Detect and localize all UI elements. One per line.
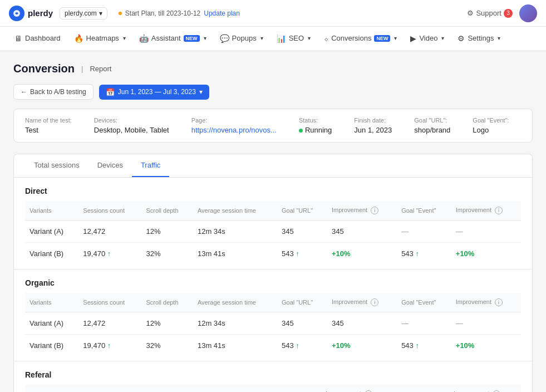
gear-icon: ⚙ [467,9,474,17]
goal-url-count: 345 [277,220,327,243]
domain-label: plerdy.com [65,9,97,17]
tab-devices[interactable]: Devices [88,154,132,177]
nav-label-settings: Settings [468,34,494,42]
support-button[interactable]: ⚙ Support 3 [467,9,513,18]
col-improvement1: Improvement i [327,293,397,312]
info-devices: Devices: Desktop, Mobile, Tablet [94,117,169,134]
improvement1-value: 345 [327,220,397,243]
logo: plerdy [9,6,53,21]
nav-label-assistant: Assistant [151,34,181,42]
variant-label: Variant (B) [25,335,78,357]
table-row: Variant (A) 12,472 12% 12m 34s 345 345 —… [25,220,521,243]
new-badge: NEW [184,35,200,42]
test-info-card: Name of the test: Test Devices: Desktop,… [13,109,533,143]
new-badge: NEW [374,35,390,42]
page-url-link[interactable]: https://novena.pro/novos... [191,126,277,134]
goal-event-label: Goal "Event": [473,117,509,124]
chevron-down-icon: ▾ [260,35,263,41]
col-improvement2: Improvement i [451,293,521,312]
info-icon[interactable]: i [495,298,503,306]
nav-item-dashboard[interactable]: 🖥 Dashboard [9,27,66,51]
col-goal-url: Goal "URL" [269,385,321,392]
topbar: plerdy plerdy.com ▾ Start Plan, till 202… [0,0,546,27]
finish-date-value: Jun 1, 2023 [354,126,392,134]
chevron-down-icon: ▾ [123,35,126,41]
goal-event-count: 543 ↑ [397,243,451,265]
plan-info: Start Plan, till 2023-10-12 Update plan [119,9,240,17]
table-row: Variant (B) 19,470 ↑ 32% 13m 41s 543 ↑ +… [25,335,521,357]
domain-selector[interactable]: plerdy.com ▾ [60,7,107,19]
goal-event-count: — [397,312,451,335]
col-scroll: Scroll depth [141,201,193,220]
page-content: Conversion | Report ← Back to A/B testin… [0,51,546,392]
up-arrow-icon: ↑ [296,249,299,258]
info-test-name: Name of the test: Test [25,117,72,134]
improvement1-value: +10% [327,243,397,265]
chevron-down-icon: ▾ [498,35,500,41]
col-avg-time: Average session time [183,385,270,392]
improvement2-value: +10% [451,335,521,357]
nav-item-heatmaps[interactable]: 🔥 Heatmaps ▾ [68,27,131,51]
info-page: Page: https://novena.pro/novos... [191,117,277,134]
col-sessions: Sessions count [65,385,130,392]
goal-event-count: — [397,220,451,243]
devices-label: Devices: [94,117,169,124]
chevron-down-icon: ▾ [308,35,311,41]
main-nav: 🖥 Dashboard 🔥 Heatmaps ▾ 🤖 Assistant NEW… [0,27,546,51]
chevron-down-icon: ▾ [204,35,206,41]
test-name-value: Test [25,126,72,134]
date-range-button[interactable]: 📅 Jun 1, 2023 — Jul 3, 2023 ▾ [99,85,209,100]
info-goal-url: Goal "URL": shop/brand [414,117,450,134]
variant-label: Variant (A) [25,220,78,243]
nav-item-popups[interactable]: 💬 Popups ▾ [214,27,269,51]
table-row: Variant (B) 19,470 ↑ 32% 13m 41s 543 ↑ +… [25,243,521,265]
referal-section-title: Referal [25,361,521,385]
plan-text: Start Plan, till 2023-10-12 [125,9,200,17]
avg-session-time: 13m 41s [193,243,277,265]
tab-traffic[interactable]: Traffic [132,154,169,177]
nav-item-conversions[interactable]: ⬦ Conversions NEW ▾ [318,27,402,51]
test-name-label: Name of the test: [25,117,72,124]
sessions-count: 19,470 ↑ [78,335,141,357]
video-icon: ▶ [410,34,416,43]
info-icon[interactable]: i [495,207,503,214]
direct-section-title: Direct [25,178,521,201]
update-plan-link[interactable]: Update plan [204,9,240,17]
back-to-ab-button[interactable]: ← Back to A/B testing [13,84,94,100]
info-goal-event: Goal "Event": Logo [473,117,509,134]
col-improvement1: Improvement i [327,201,397,220]
goal-event-count: 543 ↑ [397,335,451,357]
status-dot [299,129,303,133]
topbar-right: ⚙ Support 3 [467,4,537,22]
referal-section: Referal Variants Sessions count Scroll d… [14,361,532,392]
nav-item-assistant[interactable]: 🤖 Assistant NEW ▾ [134,27,212,51]
nav-item-settings[interactable]: ⚙ Settings ▾ [452,27,506,51]
info-icon[interactable]: i [371,298,378,306]
popups-icon: 💬 [220,34,229,43]
sessions-count: 12,472 [78,312,141,335]
breadcrumb-separator: | [81,65,83,73]
chevron-down-icon: ▾ [99,9,102,17]
status-label: Status: [299,117,332,124]
organic-section-title: Organic [25,270,521,293]
goal-url-count: 345 [277,312,327,335]
page-header: Conversion | Report [13,62,533,75]
info-icon[interactable]: i [371,207,378,214]
nav-item-video[interactable]: ▶ Video ▾ [405,27,450,51]
col-goal-event: Goal "Event" [393,385,449,392]
conversions-icon: ⬦ [324,34,328,43]
nav-item-seo[interactable]: 📊 SEO ▾ [271,27,316,51]
page-title: Conversion [13,62,75,75]
col-goal-url: Goal "URL" [277,201,327,220]
sessions-count: 19,470 ↑ [78,243,141,265]
scroll-depth: 32% [141,335,193,357]
nav-label-popups: Popups [232,34,257,42]
tab-total-sessions[interactable]: Total sessions [25,154,88,177]
avg-session-time: 12m 34s [193,312,277,335]
heatmaps-icon: 🔥 [74,34,83,43]
user-avatar[interactable] [519,4,537,22]
col-improvement2: Improvement i [449,385,521,392]
avg-session-time: 12m 34s [193,220,277,243]
chevron-down-icon: ▾ [199,88,203,96]
goal-url-label: Goal "URL": [414,117,450,124]
